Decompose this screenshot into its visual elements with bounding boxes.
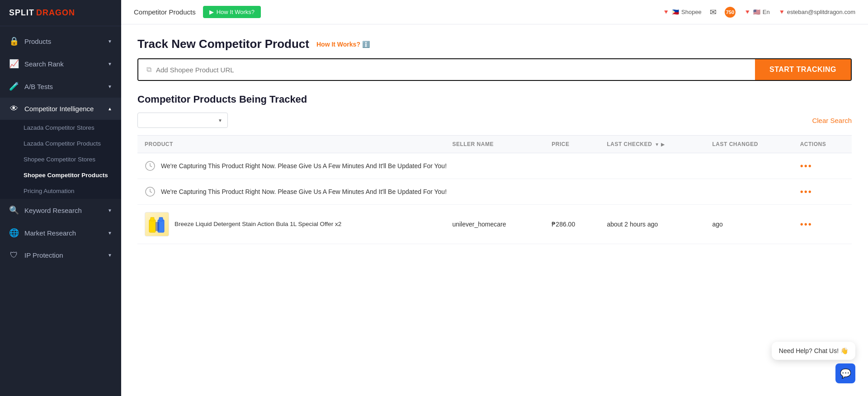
dropdown-icon: 🔻 — [744, 9, 751, 15]
actions-cell-2: ••• — [793, 179, 852, 205]
topbar: Competitor Products ▶ How It Works? 🔻 🇵🇭… — [121, 0, 868, 24]
seller-cell: unilever_homecare — [445, 205, 544, 244]
capturing-cell-2: We're Capturing This Product Right Now. … — [137, 179, 793, 205]
topbar-how-it-works-button[interactable]: ▶ How It Works? — [203, 6, 261, 18]
sidebar-item-search-rank[interactable]: 📈 Search Rank ▼ — [0, 52, 121, 75]
sidebar-nav: 🔒 Products ▼ 📈 Search Rank ▼ 🧪 A/B Tests… — [0, 26, 121, 396]
page-title: Track New Competitor Product — [137, 37, 309, 51]
how-it-works-link[interactable]: How It Works? ℹ️ — [316, 41, 370, 48]
dropdown-icon: 🔻 — [778, 9, 785, 15]
tracking-input-row: ⧉ START TRACKING — [137, 58, 852, 81]
en-label: En — [763, 9, 770, 15]
sidebar-item-ip-protection[interactable]: 🛡 IP Protection ▼ — [0, 244, 121, 266]
products-icon: 🔒 — [9, 36, 19, 46]
ph-flag-icon: 🇵🇭 — [672, 9, 679, 15]
sidebar-item-ab-tests[interactable]: 🧪 A/B Tests ▼ — [0, 75, 121, 98]
main-content: Competitor Products ▶ How It Works? 🔻 🇵🇭… — [121, 0, 868, 396]
sidebar-item-products-label: Products — [24, 38, 102, 45]
sidebar-item-shopee-stores[interactable]: Shopee Competitor Stores — [0, 151, 121, 167]
search-rank-icon: 📈 — [9, 59, 19, 69]
sidebar: SPLIT DRAGON 🔒 Products ▼ 📈 Search Rank … — [0, 0, 121, 396]
col-header-product: PRODUCT — [137, 136, 445, 153]
dropdown-icon: 🔻 — [662, 9, 670, 15]
chevron-down-icon: ▼ — [108, 231, 112, 236]
chevron-down-icon: ▼ — [108, 39, 112, 44]
sidebar-item-products[interactable]: 🔒 Products ▼ — [0, 30, 121, 52]
how-it-works-label: How It Works? — [217, 9, 255, 15]
product-image — [145, 212, 169, 236]
chevron-down-icon: ▼ — [108, 253, 112, 258]
clear-search-button[interactable]: Clear Search — [812, 117, 852, 124]
ab-tests-icon: 🧪 — [9, 81, 19, 91]
col-header-last-checked: LAST CHECKED ▼ ▶ — [599, 136, 705, 153]
table-row: We're Capturing This Product Right Now. … — [137, 153, 852, 179]
chat-icon: 💬 — [840, 368, 851, 379]
col-header-seller: SELLER NAME — [445, 136, 544, 153]
svg-rect-5 — [159, 217, 163, 221]
products-table: PRODUCT SELLER NAME PRICE LAST CHECKED ▼… — [137, 135, 852, 244]
chat-button[interactable]: 💬 — [835, 363, 855, 383]
competitor-intelligence-submenu: Lazada Competitor Stores Lazada Competit… — [0, 120, 121, 199]
notification-badge[interactable]: 750 — [725, 7, 736, 18]
table-row: We're Capturing This Product Right Now. … — [137, 179, 852, 205]
sidebar-item-competitor-intelligence-label: Competitor Intelligence — [24, 105, 102, 113]
shopee-selector[interactable]: 🔻 🇵🇭 Shopee — [662, 9, 702, 15]
sort-icon: ▼ ▶ — [655, 142, 665, 147]
language-selector[interactable]: 🔻 🇺🇸 En — [744, 9, 770, 15]
filter-row: Clear Search — [137, 113, 852, 128]
col-header-last-changed: LAST CHANGED — [705, 136, 793, 153]
logo: SPLIT DRAGON — [0, 0, 121, 26]
sidebar-item-keyword-research[interactable]: 🔍 Keyword Research ▼ — [0, 199, 121, 222]
sidebar-item-shopee-products[interactable]: Shopee Competitor Products — [0, 167, 121, 183]
tracking-input-wrapper: ⧉ — [138, 59, 755, 80]
capturing-message-2: We're Capturing This Product Right Now. … — [161, 188, 447, 195]
mail-icon[interactable]: ✉ — [710, 7, 717, 17]
last-changed-cell: ago — [705, 205, 793, 244]
row-actions-button[interactable]: ••• — [800, 161, 812, 171]
user-email[interactable]: 🔻 esteban@splitdragon.com — [778, 9, 855, 15]
row-actions-button[interactable]: ••• — [800, 187, 812, 197]
product-thumbnail — [146, 213, 168, 236]
capturing-message: We're Capturing This Product Right Now. … — [161, 162, 447, 170]
sidebar-item-market-research[interactable]: 🌐 Market Research ▼ — [0, 222, 121, 244]
keyword-research-icon: 🔍 — [9, 205, 19, 215]
en-flag-icon: 🇺🇸 — [753, 9, 760, 15]
shopee-label: Shopee — [681, 9, 702, 15]
external-link-icon: ⧉ — [146, 66, 151, 74]
logo-dragon: DRAGON — [36, 8, 75, 18]
row-actions-button[interactable]: ••• — [800, 219, 812, 229]
clock-icon — [145, 160, 156, 171]
table-row: Breeze Liquid Detergent Stain Action Bul… — [137, 205, 852, 244]
table-header-row: PRODUCT SELLER NAME PRICE LAST CHECKED ▼… — [137, 136, 852, 153]
sidebar-item-market-research-label: Market Research — [24, 229, 102, 237]
shopee-url-input[interactable] — [156, 66, 747, 74]
start-tracking-button[interactable]: START TRACKING — [755, 59, 851, 80]
sidebar-item-pricing-automation[interactable]: Pricing Automation — [0, 183, 121, 199]
filter-select[interactable] — [137, 113, 228, 128]
sidebar-item-lazada-stores[interactable]: Lazada Competitor Stores — [0, 120, 121, 136]
topbar-page-title: Competitor Products — [134, 8, 196, 16]
market-research-icon: 🌐 — [9, 228, 19, 238]
sidebar-item-ab-tests-label: A/B Tests — [24, 83, 102, 90]
info-icon: ℹ️ — [362, 41, 370, 48]
price-cell: ₱286.00 — [544, 205, 599, 244]
competitor-intelligence-icon: 👁 — [9, 104, 19, 113]
sidebar-item-keyword-research-label: Keyword Research — [24, 207, 102, 214]
topbar-right: 🔻 🇵🇭 Shopee ✉ 750 🔻 🇺🇸 En 🔻 esteban@spli… — [662, 7, 855, 18]
chevron-down-icon: ▼ — [108, 84, 112, 89]
actions-cell-3: ••• — [793, 205, 852, 244]
svg-rect-2 — [149, 220, 156, 232]
user-email-text: esteban@splitdragon.com — [787, 9, 855, 15]
tracked-section-title: Competitor Products Being Tracked — [137, 94, 852, 105]
svg-rect-6 — [156, 222, 159, 231]
ip-protection-icon: 🛡 — [9, 250, 19, 260]
play-icon: ▶ — [209, 9, 214, 15]
chevron-up-icon: ▲ — [108, 106, 112, 111]
sidebar-item-lazada-products[interactable]: Lazada Competitor Products — [0, 136, 121, 151]
logo-split: SPLIT — [9, 8, 34, 18]
product-name: Breeze Liquid Detergent Stain Action Bul… — [175, 220, 341, 229]
last-checked-label: LAST CHECKED — [607, 141, 652, 147]
sidebar-item-competitor-intelligence[interactable]: 👁 Competitor Intelligence ▲ — [0, 98, 121, 120]
product-cell: Breeze Liquid Detergent Stain Action Bul… — [137, 205, 445, 244]
col-header-price: PRICE — [544, 136, 599, 153]
